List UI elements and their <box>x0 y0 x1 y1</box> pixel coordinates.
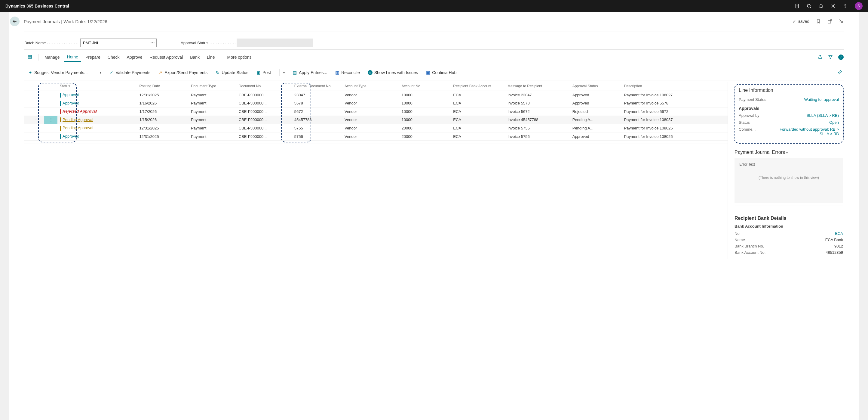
action-update-status[interactable]: ↻Update Status <box>212 68 252 77</box>
cell-doc-no[interactable]: CBE-PJ00000... <box>236 116 292 124</box>
cell-status[interactable]: Approved <box>57 99 137 108</box>
approval-status-value[interactable]: Open <box>829 120 839 124</box>
cell-doc-type[interactable]: Payment <box>188 124 236 133</box>
cell-account-type[interactable]: Vendor <box>342 116 399 124</box>
cell-bank[interactable]: ECA <box>451 124 505 133</box>
action-export-send-payments[interactable]: ↗Export/Send Payments <box>155 68 211 77</box>
cell-status[interactable]: Pending Approval <box>57 124 137 133</box>
table-row[interactable]: Rejected Approval1/17/2026PaymentCBE-PJ0… <box>24 108 727 116</box>
cell-doc-type[interactable]: Payment <box>188 99 236 108</box>
cell-ext-doc-no[interactable]: 5756 <box>292 132 342 141</box>
table-row-empty[interactable] <box>24 141 727 144</box>
cell-doc-type[interactable]: Payment <box>188 108 236 116</box>
cell-approval-status[interactable]: Approved <box>570 132 622 141</box>
table-row[interactable]: Approved12/31/2025PaymentCBE-PJ00000...5… <box>24 132 727 141</box>
gear-icon[interactable] <box>831 4 836 8</box>
table-row[interactable]: →⋮Pending Approval1/15/2026PaymentCBE-PJ… <box>24 116 727 124</box>
table-row[interactable]: Approved1/16/2026PaymentCBE-PJ00000...55… <box>24 99 727 108</box>
bank-no-value[interactable]: ECA <box>835 231 843 236</box>
cell-account-type[interactable]: Vendor <box>342 124 399 133</box>
cell-account-no[interactable]: 10000 <box>399 91 451 100</box>
row-menu[interactable] <box>44 99 57 108</box>
approval-comment-value[interactable]: Forwarded without approval: RB > SLLA > … <box>770 127 839 136</box>
cmd-request-approval[interactable]: Request Approval <box>147 53 186 61</box>
col-posting-date[interactable]: Posting Date <box>137 82 188 91</box>
cell-posting-date[interactable]: 12/31/2025 <box>137 124 188 133</box>
cmd-check[interactable]: Check <box>105 53 123 61</box>
cell-posting-date[interactable]: 1/17/2026 <box>137 108 188 116</box>
cell-ext-doc-no[interactable]: 5672 <box>292 108 342 116</box>
cell-account-type[interactable]: Vendor <box>342 99 399 108</box>
cell-status[interactable]: Approved <box>57 91 137 100</box>
cmd-bank[interactable]: Bank <box>187 53 203 61</box>
cell-doc-type[interactable]: Payment <box>188 91 236 100</box>
col-doc-type[interactable]: Document Type <box>188 82 236 91</box>
row-menu[interactable] <box>44 124 57 133</box>
cell-account-type[interactable]: Vendor <box>342 91 399 100</box>
cmd-home[interactable]: Home <box>64 53 81 62</box>
cell-doc-no[interactable]: CBE-PJ00000... <box>236 99 292 108</box>
col-account-no[interactable]: Account No. <box>399 82 451 91</box>
cell-account-no[interactable]: 10000 <box>399 116 451 124</box>
cell-account-no[interactable]: 10000 <box>399 99 451 108</box>
table-row[interactable]: Pending Approval12/31/2025PaymentCBE-PJ0… <box>24 124 727 133</box>
cell-status[interactable]: Rejected Approval <box>57 108 137 116</box>
col-account-type[interactable]: Account Type <box>342 82 399 91</box>
cell-ext-doc-no[interactable]: 5755 <box>292 124 342 133</box>
action-apply-entries[interactable]: ▤Apply Entries... <box>289 68 331 77</box>
cell-description[interactable]: Payment for Invoice 108027 <box>622 91 728 100</box>
col-message[interactable]: Message to Recipient <box>505 82 570 91</box>
cell-message[interactable]: Invoice 5672 <box>505 108 570 116</box>
cell-bank[interactable]: ECA <box>451 132 505 141</box>
action-post-dropdown[interactable]: ▾ <box>275 67 288 78</box>
col-approval-status[interactable]: Approval Status <box>570 82 622 91</box>
bell-icon[interactable] <box>819 4 824 8</box>
cell-bank[interactable]: ECA <box>451 116 505 124</box>
cell-posting-date[interactable]: 1/15/2026 <box>137 116 188 124</box>
cell-bank[interactable]: ECA <box>451 91 505 100</box>
action-post[interactable]: ▣Post <box>253 68 275 77</box>
cmd-approve[interactable]: Approve <box>124 53 145 61</box>
collapse-icon[interactable] <box>839 19 844 24</box>
row-menu[interactable] <box>44 91 57 100</box>
cell-approval-status[interactable]: Pending A... <box>570 124 622 133</box>
cell-doc-no[interactable]: CBE-PJ00000... <box>236 91 292 100</box>
cell-doc-no[interactable]: CBE-PJ00000... <box>236 132 292 141</box>
cell-bank[interactable]: ECA <box>451 99 505 108</box>
cell-account-no[interactable]: 20000 <box>399 132 451 141</box>
cell-account-type[interactable]: Vendor <box>342 132 399 141</box>
bookmark-icon[interactable] <box>816 19 821 24</box>
cell-status[interactable]: Pending Approval <box>57 116 137 124</box>
row-menu[interactable] <box>44 108 57 116</box>
action-suggest-vendor-payments[interactable]: ✦Suggest Vendor Payments... <box>24 68 91 77</box>
cell-ext-doc-no[interactable]: 45457788 <box>292 116 342 124</box>
action-validate-payments[interactable]: ✓Validate Payments <box>105 68 154 77</box>
action-show-lines-with-issues[interactable]: ✕Show Lines with Issues <box>364 68 422 77</box>
cell-approval-status[interactable]: Rejected <box>570 108 622 116</box>
cell-ext-doc-no[interactable]: 5578 <box>292 99 342 108</box>
approval-by-value[interactable]: SLLA (SLLA > RB) <box>807 113 839 118</box>
cell-message[interactable]: Invoice 5578 <box>505 99 570 108</box>
help-icon[interactable] <box>843 4 847 8</box>
cell-message[interactable]: Invoice 23047 <box>505 91 570 100</box>
cell-doc-no[interactable]: CBE-PJ00000... <box>236 108 292 116</box>
search-icon[interactable] <box>807 4 811 8</box>
cell-posting-date[interactable]: 12/31/2025 <box>137 132 188 141</box>
cell-doc-type[interactable]: Payment <box>188 132 236 141</box>
cmd-line[interactable]: Line <box>204 53 218 61</box>
batch-dropdown-icon[interactable]: ••• <box>150 41 155 45</box>
cmd-more-options[interactable]: More options <box>224 53 255 61</box>
cell-account-no[interactable]: 20000 <box>399 124 451 133</box>
cell-description[interactable]: Payment for Invoice 5672 <box>622 108 728 116</box>
open-new-window-icon[interactable] <box>828 19 832 24</box>
cell-description[interactable]: Payment for Invoice 108026 <box>622 132 728 141</box>
cell-status[interactable]: Approved <box>57 132 137 141</box>
cell-posting-date[interactable]: 1/16/2026 <box>137 99 188 108</box>
cell-approval-status[interactable]: Approved <box>570 91 622 100</box>
errors-title[interactable]: Payment Journal Errors▾ <box>735 150 843 155</box>
cell-message[interactable]: Invoice 5755 <box>505 124 570 133</box>
info-icon[interactable]: i <box>838 55 844 60</box>
document-icon[interactable] <box>795 4 800 8</box>
cell-ext-doc-no[interactable]: 23047 <box>292 91 342 100</box>
payment-status-value[interactable]: Waiting for approval <box>804 97 839 102</box>
